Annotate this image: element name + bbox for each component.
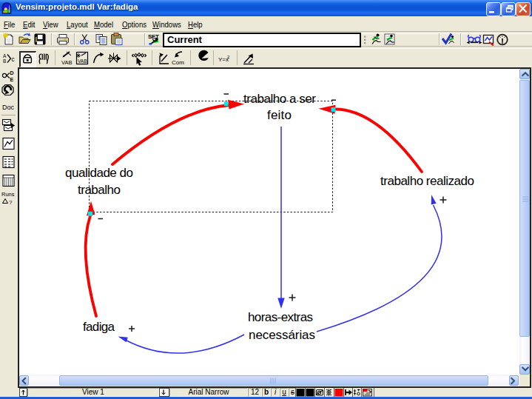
svg-text:A: A [3,53,7,58]
svg-text:?: ? [9,199,13,206]
svg-text:VAB: VAB [61,59,72,66]
svg-text:c: c [12,56,16,63]
svg-text:horas-extras: horas-extras [248,310,313,324]
svg-text:B: B [3,58,6,64]
svg-text:E: E [10,77,14,82]
svg-text:necessárias: necessárias [249,328,315,342]
svg-text:VAB: VAB [78,58,87,64]
svg-text:Com: Com [172,59,184,66]
svg-text:2: 2 [227,55,230,59]
svg-text:Runs: Runs [1,191,15,198]
svg-text:fadiga: fadiga [83,320,115,334]
svg-text:Doc: Doc [2,104,15,111]
svg-text:trabalho realizado: trabalho realizado [380,174,474,188]
svg-text:feito: feito [267,108,292,122]
svg-text:D: D [10,70,14,76]
svg-text:trabalho: trabalho [78,183,121,197]
svg-text:trabalho a ser: trabalho a ser [243,92,316,106]
svg-text:qualidade do: qualidade do [65,166,133,180]
